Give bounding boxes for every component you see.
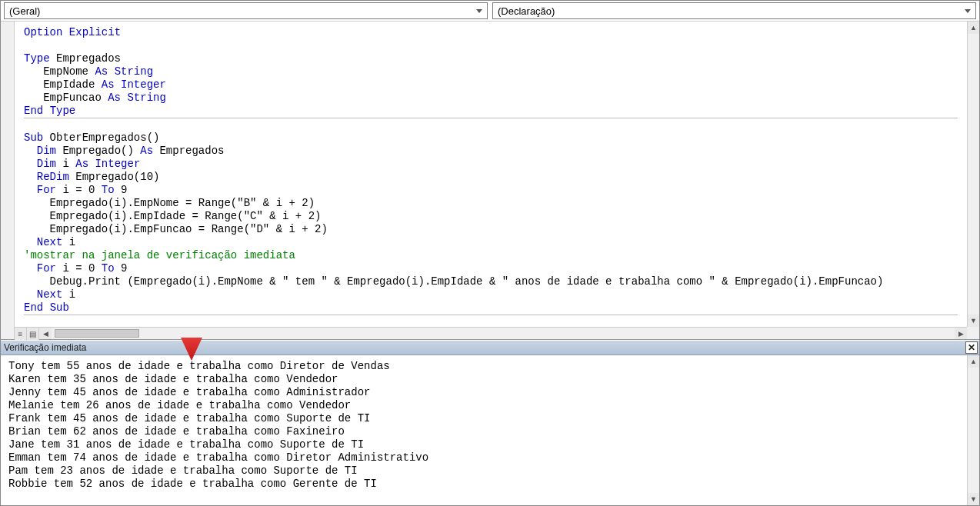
scroll-right-icon[interactable]: ▶	[955, 328, 967, 339]
object-dropdown-label: (Geral)	[9, 5, 40, 17]
code-vertical-scrollbar[interactable]: ▲ ▼	[967, 22, 979, 327]
scroll-up-icon[interactable]: ▲	[968, 355, 979, 368]
scroll-down-icon[interactable]: ▼	[968, 493, 979, 505]
scroll-left-icon[interactable]: ◀	[39, 328, 52, 339]
object-dropdown[interactable]: (Geral)	[4, 2, 488, 19]
code-pane: Option Explicit Type Empregados EmpNome …	[1, 22, 979, 340]
scroll-corner	[967, 327, 979, 339]
close-icon[interactable]: ✕	[965, 341, 978, 354]
immediate-window-title: Verificação imediata	[4, 342, 86, 353]
dropdown-bar: (Geral) (Declaração)	[1, 1, 979, 22]
immediate-window: Tony tem 55 anos de idade e trabalha com…	[1, 355, 979, 505]
code-gutter	[1, 22, 15, 339]
immediate-output[interactable]: Tony tem 55 anos de idade e trabalha com…	[1, 355, 967, 505]
immediate-window-header[interactable]: Verificação imediata ✕	[1, 340, 979, 355]
procedure-view-icon[interactable]: ≡	[15, 328, 27, 340]
code-editor[interactable]: Option Explicit Type Empregados EmpNome …	[15, 22, 967, 327]
immediate-vertical-scrollbar[interactable]: ▲ ▼	[967, 355, 979, 505]
procedure-dropdown[interactable]: (Declaração)	[492, 2, 976, 19]
procedure-dropdown-label: (Declaração)	[498, 5, 555, 17]
scroll-up-icon[interactable]: ▲	[968, 22, 979, 34]
code-horizontal-scrollbar[interactable]: ≡ ▤ ◀ ▶	[15, 327, 967, 339]
hscroll-thumb[interactable]	[55, 329, 139, 338]
full-module-view-icon[interactable]: ▤	[27, 328, 39, 340]
scroll-down-icon[interactable]: ▼	[968, 315, 979, 327]
